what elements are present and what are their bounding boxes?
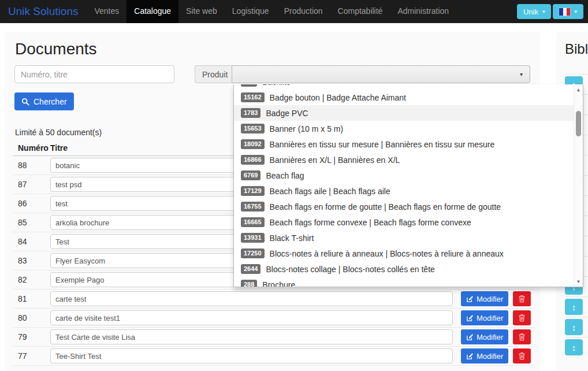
search-button[interactable]: Chercher <box>14 92 74 110</box>
scroll-up-arrow-icon[interactable]: ▲ <box>574 86 583 94</box>
product-id-badge: 6769 <box>241 170 260 180</box>
product-option[interactable]: 13931 Black T-shirt <box>234 230 574 246</box>
dropdown-scrollbar[interactable]: ▲ ▼ <box>574 84 583 287</box>
product-options: 633 Backlite 15162 Badge bouton | Badge … <box>234 84 574 287</box>
product-option[interactable]: 288 Brochure <box>234 277 574 287</box>
edit-icon <box>466 353 474 360</box>
product-option[interactable]: 15162 Badge bouton | Badge Attache Aiman… <box>234 90 574 105</box>
trash-icon <box>518 295 526 303</box>
document-number: 85 <box>13 218 50 227</box>
nav-menu-item[interactable]: Production <box>277 0 330 23</box>
product-id-badge: 13931 <box>241 233 265 243</box>
edit-icon <box>466 295 474 303</box>
user-dropdown-button[interactable]: Unik ▾ <box>517 4 552 19</box>
edit-icon <box>466 333 474 341</box>
table-row: 81 Modifier <box>13 290 534 309</box>
product-id-badge: 18092 <box>241 139 265 149</box>
table-row: 77 Modifier <box>13 347 534 366</box>
modify-button-label: Modifier <box>477 314 503 322</box>
product-option[interactable]: 2644 Blocs-notes collage | Blocs-notes c… <box>234 261 574 277</box>
top-navbar: Unik Solutions Ventes Catalogue Site web… <box>0 0 588 23</box>
nav-menu-item[interactable]: Administration <box>390 0 456 23</box>
nav-menu-item[interactable]: Site web <box>178 0 225 23</box>
modify-button-label: Modifier <box>477 333 503 342</box>
product-option[interactable]: 6769 Beach flag <box>234 168 574 183</box>
navbar-right-controls: Unik ▾ ▾ <box>517 4 583 19</box>
delete-button[interactable] <box>513 291 531 306</box>
product-option[interactable]: 15653 Banner (10 m x 5 m) <box>234 121 574 136</box>
edit-icon <box>466 314 474 322</box>
up-down-arrow-icon: ↕ <box>572 302 576 312</box>
column-header-number: Numéro <box>13 143 50 153</box>
product-option[interactable]: 17250 Blocs-notes à reliure à anneaux | … <box>234 246 574 261</box>
reorder-button[interactable]: ↕ <box>565 319 583 335</box>
product-dropdown-list: 633 Backlite 15162 Badge bouton | Badge … <box>233 84 583 287</box>
nav-menu-item[interactable]: Comptabilité <box>330 0 390 23</box>
document-title-input[interactable] <box>50 310 453 325</box>
table-row: 79 Modifier <box>13 328 534 347</box>
product-option-label: Banner (10 m x 5 m) <box>270 124 344 133</box>
product-option-label: Beach flags en forme de goutte | Beach f… <box>270 202 501 212</box>
modify-button[interactable]: Modifier <box>461 310 508 325</box>
product-option[interactable]: 1783 Badge PVC <box>234 105 574 121</box>
product-id-badge: 16755 <box>241 202 265 212</box>
document-number: 88 <box>13 161 50 170</box>
library-panel-title: Bibl <box>565 41 588 57</box>
document-number: 83 <box>13 256 50 265</box>
product-option-label: Brochure <box>262 280 295 288</box>
column-header-title: Titre <box>50 143 68 153</box>
reorder-button[interactable]: ↕ <box>565 299 583 315</box>
product-option-label: Bannières en X/L | Bannières en X/L <box>270 155 400 165</box>
brand-logo[interactable]: Unik Solutions <box>0 0 87 23</box>
document-number: 87 <box>13 180 50 189</box>
product-option[interactable]: 17129 Beach flags aile | Beach flags ail… <box>234 183 574 199</box>
product-id-badge: 15653 <box>241 124 265 133</box>
product-option[interactable]: 16866 Bannières en X/L | Bannières en X/… <box>234 152 574 168</box>
chevron-down-icon: ▾ <box>542 9 545 14</box>
document-title-input[interactable] <box>50 291 453 306</box>
product-option[interactable]: 16755 Beach flags en forme de goutte | B… <box>234 199 574 214</box>
product-id-badge: 633 <box>241 84 257 87</box>
reorder-button[interactable]: ↕ <box>565 339 583 355</box>
delete-button[interactable] <box>513 348 531 363</box>
scrollbar-thumb[interactable] <box>576 111 581 136</box>
document-title-input[interactable] <box>50 329 453 344</box>
document-number: 80 <box>13 313 50 322</box>
product-option-label: Black T-shirt <box>270 233 314 243</box>
delete-button[interactable] <box>513 329 531 344</box>
modify-button[interactable]: Modifier <box>461 291 508 306</box>
product-option-label: Badge PVC <box>266 109 308 118</box>
scroll-down-arrow-icon[interactable]: ▼ <box>574 277 583 285</box>
document-number: 77 <box>13 351 50 361</box>
language-dropdown-button[interactable]: ▾ <box>553 4 583 19</box>
search-input[interactable] <box>14 65 174 83</box>
up-down-arrow-icon: ↕ <box>572 343 576 353</box>
chevron-down-icon: ▾ <box>520 71 523 77</box>
product-option-label: Beach flag <box>266 171 304 180</box>
product-option[interactable]: 633 Backlite <box>234 84 574 90</box>
document-title-input[interactable] <box>50 348 453 363</box>
product-option[interactable]: 16665 Beach flags forme convexe | Beach … <box>234 214 574 230</box>
french-flag-icon <box>559 8 570 16</box>
library-row: ↕ <box>565 296 588 317</box>
search-icon <box>21 98 29 106</box>
nav-menu-item[interactable]: Ventes <box>87 0 126 23</box>
nav-menu-item[interactable]: Catalogue <box>126 0 178 23</box>
library-row: ↕ <box>565 317 588 337</box>
product-option-label: Blocs-notes à reliure à anneaux | Blocs-… <box>270 249 504 258</box>
user-dropdown-label: Unik <box>523 8 538 16</box>
trash-icon <box>518 352 526 360</box>
product-select[interactable]: ▾ <box>232 65 530 83</box>
product-option[interactable]: 18092 Bannières en tissu sur mesure | Ba… <box>234 136 574 152</box>
modify-button[interactable]: Modifier <box>461 329 508 344</box>
product-id-badge: 17129 <box>241 186 265 196</box>
chevron-down-icon: ▾ <box>574 9 577 14</box>
page-title: Documents <box>15 40 97 58</box>
modify-button[interactable]: Modifier <box>461 348 508 363</box>
trash-icon <box>518 333 526 341</box>
product-id-badge: 17250 <box>241 248 265 258</box>
document-number: 81 <box>13 294 50 303</box>
limit-text: Limité à 50 document(s) <box>15 128 102 137</box>
nav-menu-item[interactable]: Logistique <box>225 0 277 23</box>
delete-button[interactable] <box>513 310 531 325</box>
